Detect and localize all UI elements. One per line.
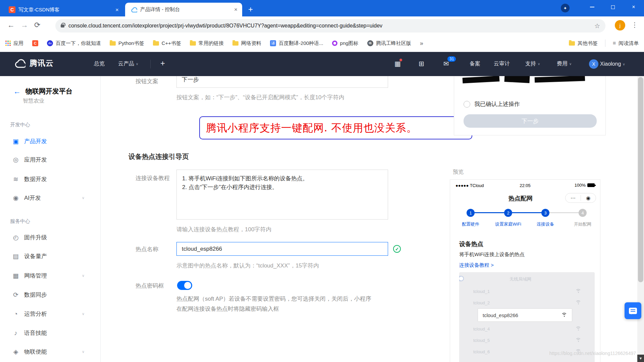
bookmark-png[interactable]: png图标 bbox=[332, 40, 359, 47]
nav-products[interactable]: 云产品∨ bbox=[118, 60, 138, 67]
confirm-radio-row[interactable]: 我已确认上述操作 bbox=[464, 100, 520, 108]
tutorial-textarea[interactable]: 1. 将手机WiFi连接到如下图所示名称的设备热点。 2. 点击“下一步”在小程… bbox=[176, 170, 388, 220]
sidebar-item-analytics[interactable]: ◔运营分析 ∨ bbox=[12, 310, 89, 318]
bookmark-cpp[interactable]: C++书签 bbox=[153, 40, 181, 47]
user-name: Xiaolong bbox=[600, 61, 621, 67]
url-text[interactable]: console.cloud.tencent.com/iotexplorer/pr… bbox=[68, 23, 590, 29]
bookmark-csdn[interactable]: C bbox=[32, 40, 38, 46]
nav-audit[interactable]: 云审计 bbox=[494, 60, 510, 67]
mail-badge: 31 bbox=[447, 56, 456, 62]
reading-list[interactable]: ≡ 阅读清单 bbox=[613, 40, 639, 47]
nav-overview[interactable]: 总览 bbox=[94, 60, 105, 67]
new-tab-button[interactable]: + bbox=[248, 5, 253, 14]
radio-icon[interactable] bbox=[464, 101, 470, 108]
sidebar-item-network[interactable]: ▦网络管理 ∨ bbox=[12, 272, 89, 280]
tutorial-label: 连接设备教程 bbox=[136, 174, 170, 182]
sidebar-item-ai-dev[interactable]: ◉AI开发 ∨ bbox=[12, 194, 89, 202]
chevron-down-icon: ∨ bbox=[82, 196, 85, 200]
wifi-row: tcloud_6 bbox=[473, 349, 490, 354]
tab-console[interactable]: 产品详情 - 控制台 × bbox=[125, 3, 242, 16]
password-toggle[interactable] bbox=[177, 281, 192, 290]
wifi-row: tcloud_2 bbox=[473, 300, 490, 305]
miniprogram-capsule[interactable]: ⋯ ◉ bbox=[565, 193, 596, 203]
bookmark-star-icon[interactable]: ☆ bbox=[594, 22, 600, 30]
back-arrow-icon[interactable]: ← bbox=[13, 87, 21, 96]
tutorial-link[interactable]: 连接设备教程 > bbox=[459, 262, 494, 268]
sidebar: ← 物联网开发平台 智慧农业 开发中心 ▣产品开发 ◎应用开发 ≋数据开发 ◉A… bbox=[0, 76, 101, 362]
bookmark-links[interactable]: 常用的链接 bbox=[190, 40, 224, 47]
button-text-help: 按钮文案，如：“下一步”、“设备已开启配网模式”，长度10个字符内 bbox=[176, 94, 344, 101]
sidebar-item-product-dev[interactable]: ▣产品开发 bbox=[12, 137, 47, 145]
wifi-row: tcloud_4 bbox=[473, 326, 490, 331]
reload-icon[interactable]: ⟳ bbox=[34, 21, 40, 29]
folder-icon bbox=[190, 41, 196, 46]
chrome-profile-avatar[interactable]: j bbox=[615, 20, 625, 31]
tutorial-line1: 1. 将手机WiFi连接到如下图所示名称的设备热点。 bbox=[182, 174, 382, 183]
wifi-signal-icon bbox=[575, 326, 581, 332]
button-text-label: 按钮文案 bbox=[136, 77, 158, 85]
bookmark-gongfeng[interactable]: 蜂 腾讯工蜂社区版 bbox=[367, 40, 411, 47]
sidebar-item-data-dev[interactable]: ≋数据开发 bbox=[12, 175, 47, 183]
sidebar-item-app-dev[interactable]: ◎应用开发 bbox=[12, 156, 47, 164]
back-icon[interactable]: ← bbox=[7, 21, 15, 29]
wifi-settings-image: 无线局域网 tcloud_1 tcloud_2 tcloud_esp8266 t… bbox=[459, 272, 595, 362]
firmware-icon: ◴ bbox=[12, 234, 19, 241]
obscured-scribble bbox=[504, 76, 530, 83]
tab-csdn[interactable]: C 写文章-CSDN博客 × bbox=[4, 3, 123, 16]
console-apps-icon[interactable]: ▦ bbox=[394, 60, 401, 68]
sidebar-item-data-sync[interactable]: ⟳数据同步 bbox=[12, 291, 47, 299]
sidebar-item-iot-enable[interactable]: ◈物联使能 ∨ bbox=[12, 348, 89, 356]
bookmark-label: 百度一下，你就知道 bbox=[56, 40, 101, 47]
tencent-cloud-logo[interactable]: 腾讯云 bbox=[12, 58, 54, 68]
mail-icon[interactable]: ✉31 bbox=[443, 60, 449, 68]
wifi-signal-icon bbox=[575, 289, 581, 294]
battery-icon bbox=[587, 183, 595, 187]
profile-badge-icon[interactable]: ✦ bbox=[561, 4, 570, 12]
nav-billing[interactable]: 费用∨ bbox=[557, 60, 572, 67]
nav-beian[interactable]: 备案 bbox=[470, 60, 480, 67]
miniprogram-title: 热点配网 bbox=[490, 194, 551, 202]
button-text-input[interactable]: 下一步 bbox=[176, 76, 388, 88]
chat-support-button[interactable] bbox=[625, 302, 641, 319]
more-dots-icon[interactable]: ⋯ bbox=[566, 195, 581, 201]
sidebar-back[interactable]: ← 物联网开发平台 bbox=[13, 87, 72, 96]
scrollbar-thumb[interactable] bbox=[638, 77, 643, 282]
nav-user-menu[interactable]: X Xiaolong ∨ bbox=[589, 59, 625, 69]
nav-add-button[interactable]: + bbox=[160, 59, 165, 68]
hotspot-input[interactable]: tcloud_esp8266 bbox=[176, 242, 388, 256]
project-name: 智慧农业 bbox=[23, 98, 44, 105]
address-bar[interactable]: console.cloud.tencent.com/iotexplorer/pr… bbox=[55, 19, 605, 33]
maximize-button[interactable] bbox=[602, 0, 623, 14]
forward-icon[interactable]: → bbox=[21, 21, 28, 29]
chrome-menu-icon[interactable]: ⋮ bbox=[631, 21, 638, 29]
hotspot-section-desc: 将手机WiFi连接上设备的热点 bbox=[459, 251, 525, 258]
miniprogram-preview: ●●●●● TCloud 22:05 100% 热点配网 ⋯ ◉ 1 2 3 4… bbox=[450, 179, 600, 362]
bookmark-translate[interactable]: 译 百度翻译-200种语... bbox=[270, 40, 323, 47]
sidebar-item-voice[interactable]: ♪语音技能 bbox=[12, 329, 47, 337]
tab-close-icon[interactable]: × bbox=[234, 7, 237, 12]
sidebar-item-firmware[interactable]: ◴固件升级 bbox=[12, 234, 47, 241]
minimize-button[interactable] bbox=[582, 0, 602, 14]
nav-support[interactable]: 支持∨ bbox=[525, 60, 540, 67]
step-line bbox=[549, 212, 579, 213]
confirm-radio-label: 我已确认上述操作 bbox=[474, 100, 520, 108]
bookmark-baidu[interactable]: du 百度一下，你就知道 bbox=[47, 40, 101, 47]
bookmark-net[interactable]: 网络资料 bbox=[232, 40, 261, 47]
password-desc-line1: 热点配网（soft AP）若设备不需要设置密码，您可选择关闭，关闭后，小程序 bbox=[176, 295, 371, 303]
scrollbar-down-arrow[interactable]: ▼ bbox=[637, 355, 644, 362]
browser-toolbar: ← → ⟳ console.cloud.tencent.com/iotexplo… bbox=[0, 16, 644, 35]
button-text-value: 下一步 bbox=[182, 76, 199, 83]
exit-target-icon[interactable]: ◉ bbox=[581, 195, 596, 201]
other-bookmarks[interactable]: 其他书签 bbox=[569, 40, 598, 47]
close-button[interactable]: × bbox=[623, 0, 644, 14]
bookmarks-overflow-chevron[interactable]: » bbox=[420, 40, 423, 47]
wifi-ssid: tcloud_esp8266 bbox=[483, 312, 518, 318]
page-scrollbar[interactable]: ▼ bbox=[637, 76, 644, 362]
tab-close-icon[interactable]: × bbox=[115, 7, 119, 13]
password-label: 热点密码框 bbox=[136, 282, 164, 290]
sidebar-item-mass-production[interactable]: ▤设备量产 bbox=[12, 252, 47, 260]
next-step-button[interactable]: 下一步 bbox=[464, 114, 597, 128]
bookmark-python[interactable]: Python书签 bbox=[110, 40, 144, 47]
bookmark-apps[interactable]: 应用 bbox=[5, 40, 23, 47]
qr-code-icon[interactable]: ⊞ bbox=[419, 60, 424, 68]
